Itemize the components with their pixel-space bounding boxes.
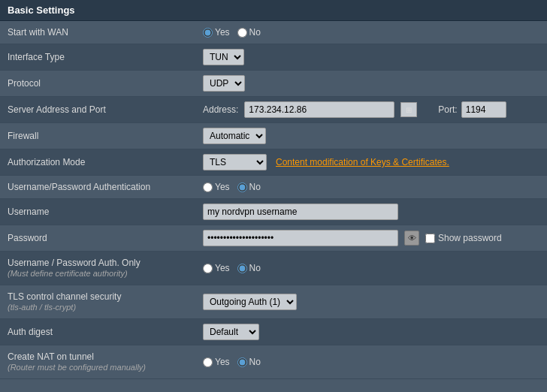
radio-create-nat-on-tunnel-no[interactable] xyxy=(237,357,247,367)
radio-group-username-password-auth-only: Yes No xyxy=(203,263,539,273)
value-protocol: UDPTCP xyxy=(195,71,547,97)
show-password-label: Show password xyxy=(438,233,502,243)
label-firewall: Firewall xyxy=(0,123,195,149)
radio-label-start-with-wan-yes[interactable]: Yes xyxy=(203,27,230,38)
row-password: Password👁Show password xyxy=(0,225,547,252)
auth-mode-group: TLSStatic KeyPasswordContent modificatio… xyxy=(203,154,539,170)
select-auth-digest[interactable]: DefaultSHA1SHA256SHA512 xyxy=(203,324,259,340)
label-username-password-auth-only: Username / Password Auth. Only(Must defi… xyxy=(0,252,195,285)
value-auth-digest: DefaultSHA1SHA256SHA512 xyxy=(195,319,547,345)
radio-start-with-wan-yes[interactable] xyxy=(203,28,213,38)
text-input-username[interactable] xyxy=(203,204,398,220)
select-tls-control-channel[interactable]: Outgoing Auth (1)Outgoing Auth (0)Incomi… xyxy=(203,294,297,310)
port-input[interactable] xyxy=(461,101,506,118)
value-firewall: AutomaticManualDisabled xyxy=(195,123,547,149)
show-password-checkbox[interactable] xyxy=(425,234,435,243)
radio-username-password-auth-yes[interactable] xyxy=(203,182,213,192)
radio-label-create-nat-on-tunnel-yes[interactable]: Yes xyxy=(203,357,230,367)
address-book-icon[interactable]: ⊞ xyxy=(400,102,417,117)
password-group: 👁Show password xyxy=(203,230,539,246)
label-username-password-auth: Username/Password Authentication xyxy=(0,176,195,199)
label-server-address-port: Server Address and Port xyxy=(0,97,195,123)
radio-username-password-auth-only-yes[interactable] xyxy=(203,264,213,273)
radio-username-password-auth-no[interactable] xyxy=(237,182,247,192)
value-username-password-auth: Yes No xyxy=(195,176,547,199)
label-auth-digest: Auth digest xyxy=(0,319,195,345)
section-header: Basic Settings xyxy=(0,0,547,21)
value-server-address-port: Address:⊞Port: xyxy=(195,97,547,123)
content-modification-link[interactable]: Content modification of Keys & Certifica… xyxy=(276,157,449,167)
value-start-with-wan: Yes No xyxy=(195,21,547,44)
radio-group-start-with-wan: Yes No xyxy=(203,27,539,38)
row-interface-type: Interface TypeTUNTAP xyxy=(0,44,547,71)
label-authorization-mode: Authorization Mode xyxy=(0,149,195,176)
settings-table: Start with WAN Yes NoInterface TypeTUNTA… xyxy=(0,21,547,379)
value-authorization-mode: TLSStatic KeyPasswordContent modificatio… xyxy=(195,149,547,176)
radio-label-create-nat-on-tunnel-no[interactable]: No xyxy=(237,357,261,367)
label-interface-type: Interface Type xyxy=(0,44,195,71)
port-label: Port: xyxy=(438,104,457,115)
radio-group-create-nat-on-tunnel: Yes No xyxy=(203,357,539,367)
select-authorization-mode[interactable]: TLSStatic KeyPassword xyxy=(203,154,267,170)
label-create-nat-on-tunnel: Create NAT on tunnel(Router must be conf… xyxy=(0,345,195,379)
label-start-with-wan: Start with WAN xyxy=(0,21,195,44)
address-input[interactable] xyxy=(244,101,394,118)
radio-create-nat-on-tunnel-yes[interactable] xyxy=(203,357,213,367)
row-protocol: ProtocolUDPTCP xyxy=(0,71,547,97)
show-password-group: Show password xyxy=(425,233,502,243)
row-username-password-auth: Username/Password Authentication Yes No xyxy=(0,176,547,199)
radio-start-with-wan-no[interactable] xyxy=(237,28,247,38)
label-protocol: Protocol xyxy=(0,71,195,97)
radio-username-password-auth-only-no[interactable] xyxy=(237,264,247,273)
section-title: Basic Settings xyxy=(8,5,75,16)
radio-label-username-password-auth-only-yes[interactable]: Yes xyxy=(203,263,230,273)
value-username xyxy=(195,199,547,225)
select-firewall[interactable]: AutomaticManualDisabled xyxy=(203,128,266,144)
radio-label-username-password-auth-only-no[interactable]: No xyxy=(237,263,261,273)
row-server-address-port: Server Address and PortAddress:⊞Port: xyxy=(0,97,547,123)
select-protocol[interactable]: UDPTCP xyxy=(203,75,245,92)
row-auth-digest: Auth digestDefaultSHA1SHA256SHA512 xyxy=(0,319,547,345)
label-username: Username xyxy=(0,199,195,225)
label-password: Password xyxy=(0,225,195,252)
show-password-icon[interactable]: 👁 xyxy=(404,231,419,246)
radio-label-start-with-wan-no[interactable]: No xyxy=(237,27,261,38)
radio-label-username-password-auth-no[interactable]: No xyxy=(237,182,261,192)
value-username-password-auth-only: Yes No xyxy=(195,252,547,285)
password-input[interactable] xyxy=(203,230,398,246)
radio-group-username-password-auth: Yes No xyxy=(203,182,539,192)
row-username: Username xyxy=(0,199,547,225)
label-tls-control-channel: TLS control channel security(tls-auth / … xyxy=(0,285,195,319)
address-port-group: Address:⊞Port: xyxy=(203,101,539,118)
row-firewall: FirewallAutomaticManualDisabled xyxy=(0,123,547,149)
row-create-nat-on-tunnel: Create NAT on tunnel(Router must be conf… xyxy=(0,345,547,379)
row-start-with-wan: Start with WAN Yes No xyxy=(0,21,547,44)
value-interface-type: TUNTAP xyxy=(195,44,547,71)
value-tls-control-channel: Outgoing Auth (1)Outgoing Auth (0)Incomi… xyxy=(195,285,547,319)
port-group: Port: xyxy=(438,101,506,118)
row-authorization-mode: Authorization ModeTLSStatic KeyPasswordC… xyxy=(0,149,547,176)
radio-label-username-password-auth-yes[interactable]: Yes xyxy=(203,182,230,192)
row-username-password-auth-only: Username / Password Auth. Only(Must defi… xyxy=(0,252,547,285)
value-password: 👁Show password xyxy=(195,225,547,252)
row-tls-control-channel: TLS control channel security(tls-auth / … xyxy=(0,285,547,319)
value-create-nat-on-tunnel: Yes No xyxy=(195,345,547,379)
address-label: Address: xyxy=(203,104,238,115)
select-interface-type[interactable]: TUNTAP xyxy=(203,49,244,65)
